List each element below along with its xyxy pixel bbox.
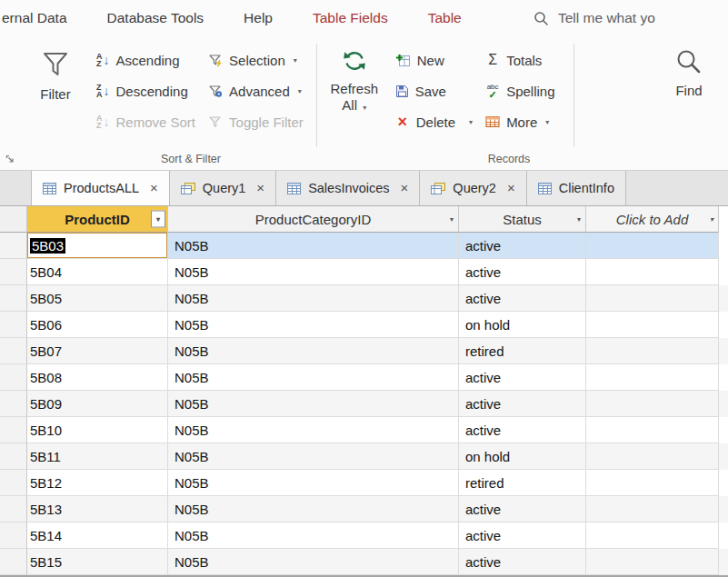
tab-query2[interactable]: Query2 × [420, 171, 526, 205]
cell-productcategoryid[interactable]: N05B [168, 522, 459, 549]
row-selector[interactable] [0, 443, 27, 470]
cell-status[interactable]: active [459, 496, 586, 522]
cell-status[interactable]: active [459, 233, 586, 259]
cell-productid[interactable]: 5B06 [27, 312, 168, 338]
column-dropdown-icon[interactable]: ▾ [577, 215, 581, 224]
tab-query1[interactable]: Query1 × [170, 171, 276, 205]
row-selector[interactable] [0, 549, 27, 575]
cell-productid[interactable]: 5B10 [27, 417, 168, 443]
cell-productcategoryid[interactable]: N05B [168, 496, 459, 522]
cell-click-to-add[interactable] [586, 470, 719, 496]
filter-button[interactable]: Filter [27, 36, 84, 153]
cell-status[interactable]: active [459, 549, 586, 575]
find-button[interactable]: Find [661, 36, 717, 98]
cell-productcategoryid[interactable]: N05B [168, 470, 459, 496]
row-selector[interactable] [0, 417, 27, 443]
column-dropdown-icon[interactable]: ▾ [450, 215, 454, 224]
cell-productid[interactable]: 5B12 [27, 470, 168, 496]
selection-button[interactable]: Selection ▾ [208, 49, 304, 71]
cell-click-to-add[interactable] [586, 417, 719, 443]
cell-click-to-add[interactable] [586, 496, 719, 522]
cell-productid[interactable]: 5B07 [27, 338, 168, 364]
totals-button[interactable]: Σ Totals [485, 49, 554, 71]
cell-productid[interactable]: 5B11 [27, 443, 168, 470]
row-selector[interactable] [0, 522, 27, 549]
cell-click-to-add[interactable] [586, 443, 719, 470]
row-selector[interactable] [0, 233, 27, 259]
cell-status[interactable]: active [459, 417, 586, 443]
ascending-button[interactable]: AZ↓ Ascending [96, 49, 195, 71]
row-selector[interactable] [0, 259, 27, 285]
column-header-productid[interactable]: ProductID ▾ [27, 206, 168, 233]
cell-productcategoryid[interactable]: N05B [168, 443, 459, 470]
cell-click-to-add[interactable] [586, 522, 719, 549]
column-dropdown-icon[interactable]: ▾ [710, 215, 713, 224]
filter-dropdown-icon[interactable]: ▾ [151, 211, 165, 228]
cell-productcategoryid[interactable]: N05B [168, 285, 459, 312]
cell-productid[interactable]: 5B04 [27, 259, 168, 285]
more-button[interactable]: More ▾ [485, 111, 554, 133]
menu-item-table[interactable]: Table [408, 10, 482, 26]
tab-clientinfo[interactable]: ClientInfo [527, 171, 626, 205]
spelling-button[interactable]: abc✓ Spelling [485, 80, 554, 102]
tell-me-search[interactable]: Tell me what yo [534, 10, 728, 26]
cell-status[interactable]: retired [459, 338, 586, 364]
column-header-status[interactable]: Status ▾ [459, 206, 586, 233]
menu-item-help[interactable]: Help [224, 10, 293, 26]
cell-status[interactable]: active [459, 285, 586, 312]
cell-productcategoryid[interactable]: N05B [168, 233, 459, 259]
select-all-corner[interactable] [0, 206, 27, 233]
row-selector[interactable] [0, 364, 27, 391]
cell-click-to-add[interactable] [586, 312, 719, 338]
advanced-button[interactable]: Advanced ▾ [208, 80, 304, 102]
cell-productid[interactable]: 5B14 [27, 522, 168, 549]
cell-productcategoryid[interactable]: N05B [168, 391, 459, 417]
menu-item-database-tools[interactable]: Database Tools [87, 10, 224, 26]
refresh-all-button[interactable]: Refresh All ▾ [326, 36, 383, 153]
cell-productcategoryid[interactable]: N05B [168, 364, 459, 391]
column-header-click-to-add[interactable]: Click to Add ▾ [586, 206, 719, 233]
row-selector[interactable] [0, 496, 27, 522]
cell-status[interactable]: active [459, 259, 586, 285]
cell-click-to-add[interactable] [586, 338, 719, 364]
cell-productid[interactable]: 5B08 [27, 364, 168, 391]
cell-click-to-add[interactable] [586, 391, 719, 417]
cell-productcategoryid[interactable]: N05B [168, 312, 459, 338]
cell-productid[interactable]: 5B03 [27, 233, 168, 259]
descending-button[interactable]: ZA↓ Descending [96, 80, 195, 102]
cell-productid[interactable]: 5B09 [27, 391, 168, 417]
tab-salesinvoices[interactable]: SalesInvoices × [276, 171, 420, 205]
cell-status[interactable]: on hold [459, 443, 586, 470]
cell-click-to-add[interactable] [586, 285, 719, 312]
cell-productcategoryid[interactable]: N05B [168, 338, 459, 364]
cell-click-to-add[interactable] [586, 259, 719, 285]
menu-item-table-fields[interactable]: Table Fields [293, 10, 408, 26]
cell-status[interactable]: active [459, 522, 586, 549]
cell-productcategoryid[interactable]: N05B [168, 549, 459, 575]
cell-status[interactable]: active [459, 364, 586, 391]
cell-click-to-add[interactable] [586, 549, 719, 575]
close-icon[interactable]: × [150, 182, 158, 194]
cell-click-to-add[interactable] [586, 364, 719, 391]
row-selector[interactable] [0, 312, 27, 338]
cell-productcategoryid[interactable]: N05B [168, 259, 459, 285]
menu-item-external-data[interactable]: ernal Data [0, 10, 87, 26]
dialog-launcher-icon[interactable] [5, 154, 15, 164]
save-record-button[interactable]: Save [395, 80, 473, 102]
column-header-productcategoryid[interactable]: ProductCategoryID ▾ [168, 206, 459, 233]
delete-record-button[interactable]: × Delete ▾ [395, 111, 473, 133]
close-icon[interactable]: × [401, 182, 409, 194]
close-icon[interactable]: × [507, 182, 515, 194]
cell-productid[interactable]: 5B13 [27, 496, 168, 522]
cell-productid[interactable]: 5B05 [27, 285, 168, 312]
cell-productcategoryid[interactable]: N05B [168, 417, 459, 443]
new-record-button[interactable]: New [395, 49, 473, 71]
cell-click-to-add[interactable] [586, 233, 719, 259]
row-selector[interactable] [0, 470, 27, 496]
cell-status[interactable]: active [459, 391, 586, 417]
row-selector[interactable] [0, 391, 27, 417]
cell-status[interactable]: on hold [459, 312, 586, 338]
tab-productsall[interactable]: ProductsALL × [31, 171, 170, 205]
close-icon[interactable]: × [256, 182, 264, 194]
row-selector[interactable] [0, 285, 27, 312]
